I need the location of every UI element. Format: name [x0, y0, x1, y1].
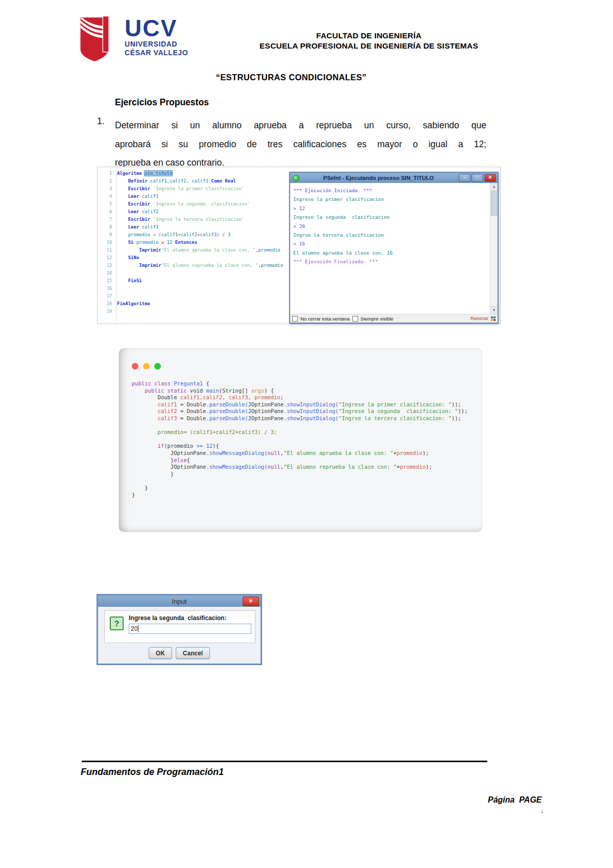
line-number: 17 [98, 292, 117, 300]
line-number: 5 [98, 200, 117, 208]
console-line: > 20 [293, 222, 487, 231]
pseint-run-icon [293, 175, 299, 181]
zoom-icon[interactable] [154, 363, 161, 370]
line-number: 1 [98, 170, 117, 177]
java-code: public class Pregunta1 { public static v… [132, 380, 468, 498]
code-text: Escribir 'Ingrse la tercera clasificacio… [117, 216, 244, 223]
code-line [132, 422, 468, 429]
faculty-line-2: ESCUELA PROFESIONAL DE INGENIERÍA DE SIS… [249, 41, 488, 51]
faculty-header: FACULTAD DE INGENIERÍA ESCUELA PROFESION… [249, 31, 488, 51]
maximize-button[interactable]: □ [471, 174, 483, 182]
line-number: 9 [98, 231, 117, 239]
line-number: 7 [98, 216, 117, 223]
code-line: JOptionPane.showMessageDialog(null,"El a… [132, 464, 468, 471]
code-text: Definir calif1,calif2, calif3 Como Real [117, 177, 236, 185]
exercise-text: Determinar si un alumno aprueba a reprue… [115, 116, 486, 172]
code-line: } [132, 492, 468, 499]
scroll-thumb[interactable] [491, 191, 497, 216]
restart-button[interactable]: Reiniciar [470, 316, 488, 321]
code-text: Leer calif3 [117, 223, 158, 231]
document-title: “ESTRUCTURAS CONDICIONALES” [97, 73, 485, 82]
status-grip-icon [491, 316, 496, 321]
pseint-console: *** Ejecución Iniciada. ***Ingrese la pr… [290, 183, 498, 314]
pseint-statusbar: No cerrar esta ventana Siempre visible R… [290, 314, 498, 323]
exercise-line: Determinar si un alumno aprueba a reprue… [115, 116, 486, 135]
faculty-line-1: FACULTAD DE INGENIERÍA [249, 31, 488, 41]
line-number: 2 [98, 177, 117, 185]
code-text: FinSi [117, 277, 142, 285]
line-number: 13 [98, 262, 117, 269]
line-number: 3 [98, 185, 117, 193]
footer-course-title: Fundamentos de Programación1 [81, 767, 224, 778]
code-line: if(promedio >= 12){ [132, 443, 468, 450]
exercise-number: 1. [97, 116, 105, 127]
no-close-label: No cerrar esta ventana [300, 316, 350, 322]
line-number: 4 [98, 193, 117, 200]
code-text [117, 292, 120, 300]
dialog-titlebar: Input ✕ [98, 596, 261, 607]
code-text: FinAlgoritmo [117, 300, 150, 308]
code-line: } [132, 471, 468, 478]
code-text: Escribir 'Ingrese la segunda clasificaci… [117, 200, 250, 208]
cancel-button[interactable]: Cancel [176, 647, 210, 659]
code-text: Leer calif1 [117, 193, 158, 200]
console-line: Ingrese la segunda clasificacion [293, 213, 487, 221]
code-line: calif2 = Double.parseDouble(JOptionPane.… [132, 408, 468, 415]
footer-page-field: Página PAGE [488, 795, 542, 805]
section-heading: Ejercicios Propuestos [115, 97, 209, 108]
no-close-checkbox[interactable] [292, 316, 298, 322]
console-line: *** Ejecución Iniciada. *** [293, 186, 487, 195]
always-visible-checkbox[interactable] [352, 316, 358, 322]
line-number: 11 [98, 246, 117, 254]
scroll-down-icon[interactable]: ▼ [490, 306, 498, 314]
close-icon[interactable] [132, 363, 138, 370]
code-text: Leer calif2 [117, 208, 158, 216]
code-text: Si promedio ≥ 12 Entonces [117, 239, 197, 246]
grade-input[interactable] [129, 624, 251, 634]
dialog-field-wrap [129, 624, 251, 634]
window-controls [132, 363, 161, 370]
code-text: Algoritmo sin_titulo [117, 170, 172, 177]
code-line: public static void main(String[] args) { [132, 387, 468, 395]
input-dialog: Input ✕ ? Ingrese la segunda clasificaci… [97, 595, 262, 665]
code-text [117, 308, 120, 315]
line-number: 18 [98, 300, 117, 308]
pseint-titlebar: PSeInt - Ejecutando proceso SIN_TITULO –… [290, 173, 498, 183]
code-line: }else{ [132, 457, 468, 464]
console-line: *** Ejecución Finalizada. *** [293, 257, 487, 266]
scroll-up-icon[interactable]: ▲ [490, 183, 498, 191]
console-line: > 12 [293, 204, 487, 213]
dialog-close-button[interactable]: ✕ [243, 597, 259, 606]
code-text [117, 269, 120, 277]
dialog-buttons: OK Cancel [98, 647, 261, 659]
exercise-line: aprobará si su promedio de tres califica… [115, 135, 486, 154]
question-icon: ? [110, 616, 124, 630]
university-logo: UCV UNIVERSIDAD CÉSAR VALLEJO [78, 15, 188, 64]
console-line: Ingrse la tercera clasificacion [293, 231, 487, 239]
ok-button[interactable]: OK [149, 647, 172, 659]
dialog-prompt-label: Ingrese la segunda clasificacion: [129, 614, 226, 622]
code-text: Escribir 'Ingrese la primer clasificacio… [117, 185, 244, 193]
pseint-editor-screenshot: 1Algoritmo sin_titulo2 Definir calif1,ca… [97, 167, 501, 324]
code-text [117, 285, 120, 292]
console-scrollbar[interactable]: ▲ ▼ [490, 183, 498, 314]
dialog-title: Input [172, 598, 187, 605]
text-caret [138, 625, 138, 632]
code-line: calif1 = Double.parseDouble(JOptionPane.… [132, 401, 468, 408]
footer-arrow-icon: ↓ [540, 808, 544, 815]
code-line: } [132, 485, 468, 492]
close-button[interactable]: ✕ [484, 174, 496, 182]
console-line: El alumno aprueba la clase con, 16 [293, 248, 487, 257]
code-text: SiNo [117, 254, 139, 262]
code-text: promedio = (calif1+calif2+calif3) / 3 [117, 231, 230, 239]
line-number: 12 [98, 254, 117, 262]
code-line: JOptionPane.showMessageDialog(null,"El a… [132, 450, 468, 457]
pseint-run-window: PSeInt - Ejecutando proceso SIN_TITULO –… [289, 172, 499, 324]
code-line: public class Pregunta1 { [132, 380, 468, 387]
footer-divider [82, 761, 487, 762]
line-number: 19 [98, 308, 117, 315]
minimize-icon[interactable] [143, 363, 150, 370]
minimize-button[interactable]: – [459, 174, 470, 182]
code-line: calif3 = Double.parseDouble(JOptionPane.… [132, 415, 468, 422]
logo-acronym: UCV [125, 16, 188, 40]
